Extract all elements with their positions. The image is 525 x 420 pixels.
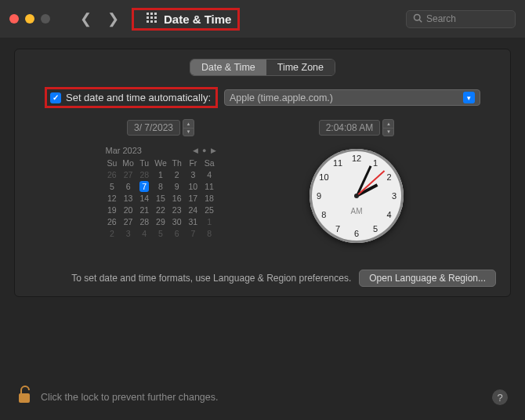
calendar-day[interactable]: 24 xyxy=(185,204,201,215)
clock-numeral: 2 xyxy=(387,172,392,182)
calendar-day[interactable]: 18 xyxy=(201,192,218,204)
calendar-month-label: Mar 2023 xyxy=(106,146,142,155)
titlebar: ❮ ❯ Date & Time Search xyxy=(0,0,525,38)
chevron-down-icon: ▾ xyxy=(463,92,475,103)
calendar-day[interactable]: 6 xyxy=(168,227,185,239)
svg-rect-8 xyxy=(154,20,157,23)
calendar-day[interactable]: 8 xyxy=(153,180,169,192)
svg-rect-0 xyxy=(147,13,149,15)
calendar-prev-icon[interactable]: ◀ xyxy=(193,147,198,154)
calendar-day[interactable]: 6 xyxy=(120,180,136,192)
svg-rect-1 xyxy=(150,13,153,15)
time-field[interactable]: 2:04:08 AM xyxy=(319,120,381,136)
calendar-day[interactable]: 26 xyxy=(104,215,121,227)
calendar-day[interactable]: 7 xyxy=(185,227,201,239)
lock-icon[interactable] xyxy=(17,386,33,409)
tab-date-time[interactable]: Date & Time xyxy=(190,60,266,75)
tabs: Date & Time Time Zone xyxy=(29,59,496,76)
calendar-day[interactable]: 1 xyxy=(153,168,169,180)
calendar-day[interactable]: 28 xyxy=(136,215,153,227)
calendar-day[interactable]: 27 xyxy=(120,168,136,180)
calendar-day[interactable]: 9 xyxy=(168,180,185,192)
calendar-day[interactable]: 2 xyxy=(168,168,185,180)
svg-rect-4 xyxy=(150,16,153,19)
calendar-day[interactable]: 4 xyxy=(201,168,218,180)
clock-numeral: 11 xyxy=(333,158,342,168)
lock-text: Click the lock to prevent further change… xyxy=(41,392,219,403)
calendar-day[interactable]: 1 xyxy=(201,215,218,227)
clock-numeral: 1 xyxy=(373,158,378,168)
calendar-day[interactable]: 3 xyxy=(120,227,136,239)
calendar-day[interactable]: 21 xyxy=(136,204,153,215)
calendar-day[interactable]: 27 xyxy=(120,215,136,227)
search-input[interactable]: Search xyxy=(406,10,516,28)
close-window-button[interactable] xyxy=(9,14,19,24)
calendar-day[interactable]: 3 xyxy=(185,168,201,180)
calendar-dow: Su xyxy=(104,157,121,168)
svg-point-9 xyxy=(415,14,421,20)
auto-set-row: ✓ Set date and time automatically: Apple… xyxy=(45,87,480,108)
calendar-next-icon[interactable]: ▶ xyxy=(211,147,216,154)
show-all-icon[interactable] xyxy=(147,13,158,26)
date-column: 3/ 7/2023 ▲▼ Mar 2023 ◀ ● ▶ SuMoTuWeThFr… xyxy=(82,119,239,239)
open-language-region-button[interactable]: Open Language & Region... xyxy=(359,270,496,287)
calendar-day[interactable]: 16 xyxy=(168,192,185,204)
calendar-dow: Tu xyxy=(136,157,153,168)
clock-ampm: AM xyxy=(351,207,363,215)
calendar-dow: Th xyxy=(168,157,185,168)
clock-numeral: 6 xyxy=(354,229,359,238)
time-stepper[interactable]: ▲▼ xyxy=(382,119,394,136)
zoom-window-button[interactable] xyxy=(41,14,50,24)
calendar-day[interactable]: 14 xyxy=(136,192,153,204)
calendar-day[interactable]: 30 xyxy=(168,215,185,227)
calendar-day[interactable]: 31 xyxy=(185,215,201,227)
calendar-day[interactable]: 15 xyxy=(153,192,169,204)
svg-rect-7 xyxy=(150,20,153,23)
calendar-day[interactable]: 11 xyxy=(201,180,218,192)
svg-line-10 xyxy=(419,20,422,22)
forward-button[interactable]: ❯ xyxy=(103,10,124,27)
calendar-day[interactable]: 26 xyxy=(104,168,121,180)
calendar-day[interactable]: 7 xyxy=(136,180,153,192)
tab-time-zone[interactable]: Time Zone xyxy=(266,60,335,75)
clock-numeral: 7 xyxy=(335,224,340,234)
calendar-dow: Fr xyxy=(185,157,201,168)
clock-numeral: 4 xyxy=(387,210,392,219)
date-field[interactable]: 3/ 7/2023 xyxy=(127,120,180,136)
clock-numeral: 3 xyxy=(392,191,396,201)
auto-set-label: Set date and time automatically: xyxy=(66,92,211,103)
date-stepper[interactable]: ▲▼ xyxy=(183,119,194,136)
minimize-window-button[interactable] xyxy=(25,14,34,24)
title-highlight: Date & Time xyxy=(132,8,240,31)
clock-numeral: 9 xyxy=(317,191,321,201)
calendar-dow: We xyxy=(153,157,169,168)
calendar-day[interactable]: 20 xyxy=(120,204,136,215)
calendar-day[interactable]: 23 xyxy=(168,204,185,215)
search-placeholder: Search xyxy=(426,13,456,24)
calendar-today-icon[interactable]: ● xyxy=(202,147,206,154)
calendar-day[interactable]: 2 xyxy=(104,227,121,239)
time-server-value: Apple (time.apple.com.) xyxy=(230,92,333,103)
calendar-day[interactable]: 5 xyxy=(104,180,121,192)
calendar-day[interactable]: 12 xyxy=(104,192,121,204)
time-server-dropdown[interactable]: Apple (time.apple.com.) ▾ xyxy=(224,89,480,106)
calendar-day[interactable]: 22 xyxy=(153,204,169,215)
calendar-day[interactable]: 10 xyxy=(185,180,201,192)
help-button[interactable]: ? xyxy=(492,389,508,405)
calendar-day[interactable]: 13 xyxy=(120,192,136,204)
calendar-day[interactable]: 28 xyxy=(136,168,153,180)
calendar-day[interactable]: 19 xyxy=(104,204,121,215)
calendar-day[interactable]: 8 xyxy=(201,227,218,239)
svg-rect-5 xyxy=(154,16,157,19)
calendar-day[interactable]: 29 xyxy=(153,215,169,227)
calendar-day[interactable]: 25 xyxy=(201,204,218,215)
calendar-dow: Sa xyxy=(201,157,218,168)
svg-rect-2 xyxy=(154,13,157,15)
calendar-day[interactable]: 5 xyxy=(153,227,169,239)
calendar-day[interactable]: 4 xyxy=(136,227,153,239)
back-button[interactable]: ❮ xyxy=(75,10,96,27)
calendar[interactable]: Mar 2023 ◀ ● ▶ SuMoTuWeThFrSa 2627281234… xyxy=(104,144,218,239)
analog-clock[interactable]: AM 121234567891011 xyxy=(310,149,404,243)
calendar-day[interactable]: 17 xyxy=(185,192,201,204)
auto-set-checkbox[interactable]: ✓ xyxy=(50,92,61,103)
